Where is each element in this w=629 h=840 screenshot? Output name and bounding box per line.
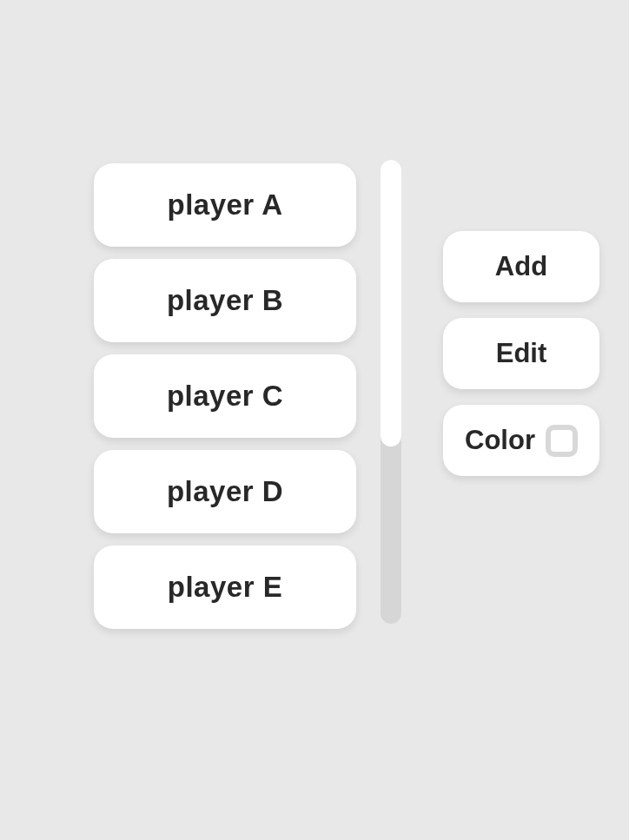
edit-button[interactable]: Edit bbox=[443, 318, 599, 389]
player-name-label: player D bbox=[167, 475, 283, 508]
color-button-label: Color bbox=[465, 425, 535, 456]
player-name-label: player A bbox=[167, 189, 282, 222]
add-button-label: Add bbox=[495, 251, 547, 282]
add-button[interactable]: Add bbox=[443, 231, 599, 302]
actions-panel: Add Edit Color bbox=[443, 231, 599, 476]
color-button[interactable]: Color bbox=[443, 405, 599, 476]
player-name-label: player C bbox=[167, 380, 283, 413]
player-item[interactable]: player E bbox=[94, 546, 356, 629]
scrollbar-track[interactable] bbox=[381, 160, 401, 624]
color-swatch-icon bbox=[546, 425, 578, 457]
scrollbar-thumb[interactable] bbox=[381, 160, 401, 446]
main-container: player A player B player C player D play… bbox=[94, 163, 599, 629]
player-item[interactable]: player D bbox=[94, 450, 356, 533]
player-name-label: player B bbox=[167, 284, 283, 317]
player-name-label: player E bbox=[168, 571, 282, 604]
player-item[interactable]: player A bbox=[94, 163, 356, 247]
player-item[interactable]: player B bbox=[94, 259, 356, 342]
player-item[interactable]: player C bbox=[94, 354, 356, 438]
edit-button-label: Edit bbox=[496, 338, 547, 369]
player-list: player A player B player C player D play… bbox=[94, 163, 356, 629]
